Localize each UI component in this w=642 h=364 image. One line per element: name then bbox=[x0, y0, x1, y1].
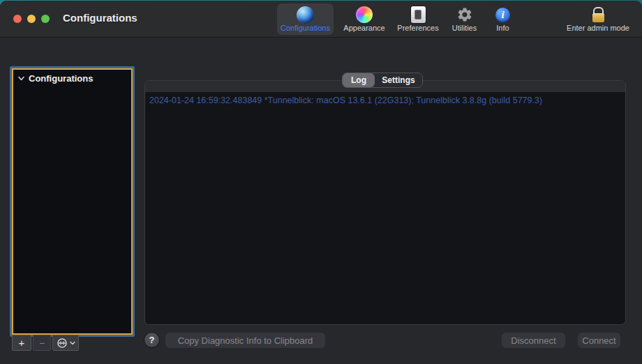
titlebar: Configurations Configurations Appearance… bbox=[0, 1, 642, 38]
add-configuration-button[interactable]: + bbox=[12, 335, 31, 351]
log-settings-segmented-control: Log Settings bbox=[342, 73, 423, 88]
toolbar-item-label: Preferences bbox=[397, 24, 438, 32]
toolbar-item-label: Info bbox=[496, 24, 509, 32]
configurations-tree-root[interactable]: Configurations bbox=[13, 70, 131, 84]
action-gear-icon bbox=[57, 338, 68, 349]
disclosure-chevron-icon[interactable] bbox=[17, 75, 25, 82]
toolbar-item-appearance[interactable]: Appearance bbox=[340, 3, 389, 35]
tree-item-label: Configurations bbox=[29, 73, 93, 84]
desktop-background: Configurations Configurations Appearance… bbox=[0, 0, 642, 364]
toolbar-item-preferences[interactable]: Preferences bbox=[391, 3, 445, 35]
enter-admin-mode-label: Enter admin mode bbox=[567, 24, 629, 32]
minimize-button[interactable] bbox=[27, 15, 36, 23]
close-button[interactable] bbox=[13, 15, 22, 23]
log-line: 2024-01-24 16:59:32.483849 *Tunnelblick:… bbox=[145, 92, 625, 105]
toolbar-item-label: Utilities bbox=[452, 24, 477, 32]
tab-log[interactable]: Log bbox=[343, 73, 375, 87]
color-wheel-icon bbox=[356, 6, 373, 24]
window-title: Configurations bbox=[63, 12, 137, 24]
configurations-list-selection-frame: Configurations bbox=[12, 68, 133, 335]
log-scroll-view[interactable]: 2024-01-24 16:59:32.483849 *Tunnelblick:… bbox=[145, 92, 625, 324]
toolbar-item-info[interactable]: i Info bbox=[487, 3, 518, 35]
enter-admin-mode-button[interactable]: Enter admin mode bbox=[558, 3, 638, 35]
chevron-down-icon bbox=[70, 340, 75, 346]
configurations-globe-icon bbox=[297, 6, 314, 24]
toolbar-item-utilities[interactable]: Utilities bbox=[445, 3, 484, 35]
toolbar-item-configurations[interactable]: Configurations bbox=[277, 3, 334, 35]
switch-plate-icon bbox=[411, 6, 426, 24]
action-menu-button[interactable] bbox=[52, 335, 79, 351]
help-button[interactable]: ? bbox=[144, 333, 159, 347]
configurations-list: Configurations bbox=[10, 66, 135, 337]
toolbar-item-label: Appearance bbox=[343, 24, 385, 32]
connect-button[interactable]: Connect bbox=[578, 333, 620, 348]
lock-icon bbox=[592, 6, 604, 24]
tab-settings[interactable]: Settings bbox=[375, 73, 422, 87]
info-icon: i bbox=[495, 6, 510, 24]
gear-icon bbox=[456, 6, 473, 24]
tunnelblick-window: Configurations Configurations Appearance… bbox=[0, 1, 642, 364]
disconnect-button[interactable]: Disconnect bbox=[502, 333, 565, 348]
remove-configuration-button[interactable]: − bbox=[33, 335, 51, 351]
list-edit-buttons: + − bbox=[12, 335, 79, 351]
copy-diagnostic-info-button[interactable]: Copy Diagnostic Info to Clipboard bbox=[165, 333, 325, 348]
toolbar-item-label: Configurations bbox=[281, 24, 330, 32]
zoom-button[interactable] bbox=[41, 15, 50, 23]
